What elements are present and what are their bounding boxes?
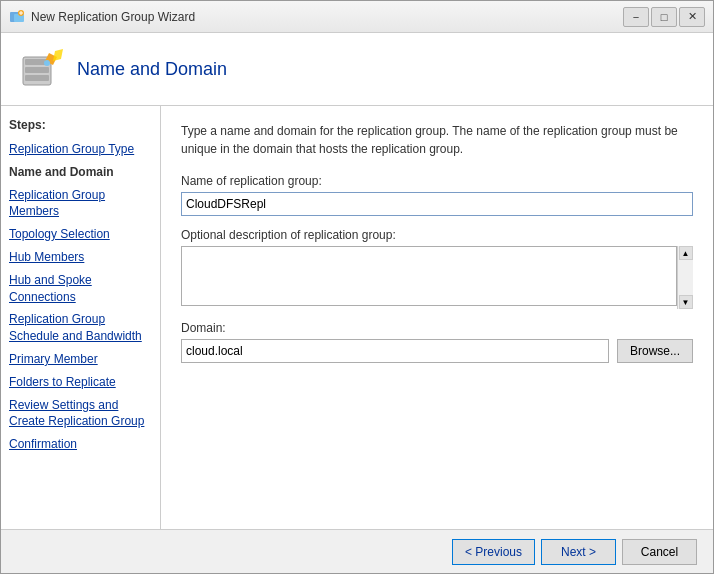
- description-text: Type a name and domain for the replicati…: [181, 122, 693, 158]
- domain-label: Domain:: [181, 321, 693, 335]
- footer: < Previous Next > Cancel: [1, 529, 713, 573]
- wizard-window: New Replication Group Wizard − □ ✕ Name …: [0, 0, 714, 574]
- svg-marker-10: [53, 49, 63, 61]
- sidebar-item-topology-selection[interactable]: Topology Selection: [1, 223, 160, 246]
- domain-row: Browse...: [181, 339, 693, 363]
- sidebar-item-replication-group-type[interactable]: Replication Group Type: [1, 138, 160, 161]
- steps-label: Steps:: [1, 118, 160, 138]
- scroll-up-arrow[interactable]: ▲: [679, 246, 693, 260]
- sidebar-item-folders-to-replicate[interactable]: Folders to Replicate: [1, 371, 160, 394]
- previous-button[interactable]: < Previous: [452, 539, 535, 565]
- svg-rect-8: [25, 75, 49, 81]
- scrollbar: ▲ ▼: [677, 246, 693, 309]
- sidebar-item-primary-member[interactable]: Primary Member: [1, 348, 160, 371]
- browse-button[interactable]: Browse...: [617, 339, 693, 363]
- window-controls: − □ ✕: [623, 7, 705, 27]
- sidebar-item-hub-and-spoke-connections[interactable]: Hub and Spoke Connections: [1, 269, 160, 309]
- description-container: ▲ ▼: [181, 246, 693, 309]
- window-title: New Replication Group Wizard: [31, 10, 623, 24]
- sidebar-item-confirmation[interactable]: Confirmation: [1, 433, 160, 456]
- header-area: Name and Domain: [1, 33, 713, 106]
- scroll-down-arrow[interactable]: ▼: [679, 295, 693, 309]
- sidebar-item-review-settings[interactable]: Review Settings and Create Replication G…: [1, 394, 160, 434]
- maximize-button[interactable]: □: [651, 7, 677, 27]
- cancel-button[interactable]: Cancel: [622, 539, 697, 565]
- next-button[interactable]: Next >: [541, 539, 616, 565]
- description-label: Optional description of replication grou…: [181, 228, 693, 242]
- main-panel: Type a name and domain for the replicati…: [161, 106, 713, 529]
- name-label: Name of replication group:: [181, 174, 693, 188]
- content-area: Steps: Replication Group Type Name and D…: [1, 106, 713, 529]
- svg-point-11: [44, 60, 50, 66]
- header-icon: [17, 45, 65, 93]
- domain-input[interactable]: [181, 339, 609, 363]
- svg-rect-7: [25, 67, 49, 73]
- page-title: Name and Domain: [77, 59, 227, 80]
- sidebar-item-hub-members[interactable]: Hub Members: [1, 246, 160, 269]
- window-icon: [9, 9, 25, 25]
- sidebar: Steps: Replication Group Type Name and D…: [1, 106, 161, 529]
- title-bar: New Replication Group Wizard − □ ✕: [1, 1, 713, 33]
- sidebar-item-replication-group-members[interactable]: Replication Group Members: [1, 184, 160, 224]
- minimize-button[interactable]: −: [623, 7, 649, 27]
- close-button[interactable]: ✕: [679, 7, 705, 27]
- description-textarea[interactable]: [181, 246, 677, 306]
- sidebar-item-name-and-domain[interactable]: Name and Domain: [1, 161, 160, 184]
- sidebar-item-replication-group-schedule[interactable]: Replication Group Schedule and Bandwidth: [1, 308, 160, 348]
- replication-group-name-input[interactable]: [181, 192, 693, 216]
